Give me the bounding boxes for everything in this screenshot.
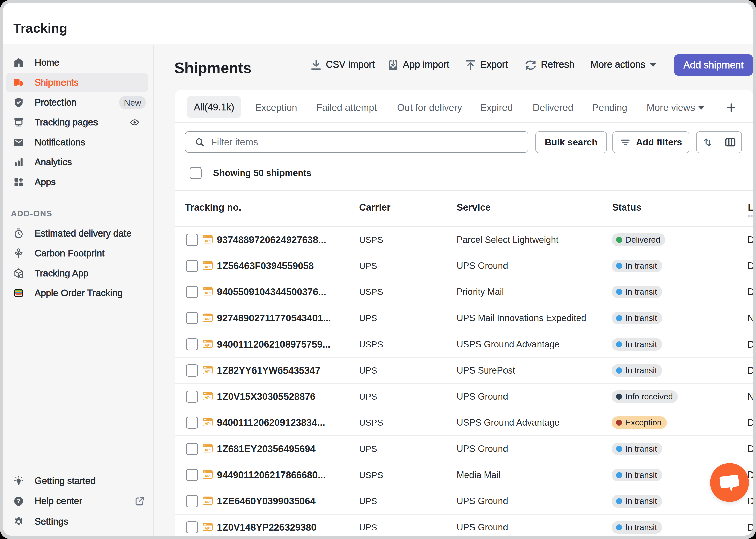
svg-text:API: API xyxy=(205,239,211,243)
svg-text:API: API xyxy=(205,369,211,373)
svg-text:API: API xyxy=(205,395,211,400)
svg-text:API: API xyxy=(205,474,211,478)
svg-text:API: API xyxy=(205,291,211,295)
svg-text:API: API xyxy=(205,500,211,504)
svg-text:API: API xyxy=(205,343,211,347)
svg-text:?: ? xyxy=(17,498,21,504)
svg-text:API: API xyxy=(205,422,211,426)
svg-text:API: API xyxy=(205,317,211,321)
svg-text:API: API xyxy=(205,265,211,269)
svg-text:API: API xyxy=(205,526,211,530)
svg-text:API: API xyxy=(205,448,211,452)
